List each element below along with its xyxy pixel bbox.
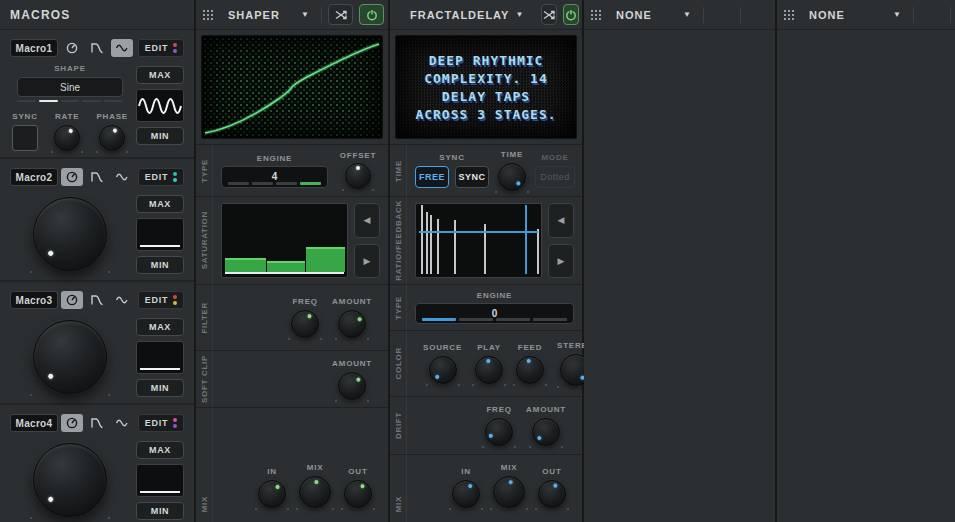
shaper-mix-out-knob[interactable] xyxy=(344,480,372,508)
macro4-lfo-mode-button[interactable] xyxy=(111,414,133,432)
macro1-min-button[interactable]: MIN xyxy=(136,127,184,145)
macro4-min-button[interactable]: MIN xyxy=(136,502,184,520)
fractal-mix-out-knob[interactable] xyxy=(538,480,566,508)
macro2-edit-button[interactable]: EDIT xyxy=(138,168,184,186)
shaper-power-button[interactable] xyxy=(359,4,384,25)
macro3-min-button[interactable]: MIN xyxy=(136,379,184,397)
shaper-mix-knob[interactable] xyxy=(299,476,331,508)
empty-slot-2-panel: NONE ▼ xyxy=(777,0,955,522)
empty-slot-1-panel: NONE ▼ xyxy=(584,0,775,522)
macro1-rate-knob[interactable] xyxy=(54,125,80,151)
shaper-header: SHAPER ▼ xyxy=(196,0,388,30)
macro3-knob-mode-button[interactable] xyxy=(61,291,83,309)
sine-wave-graphic xyxy=(138,91,182,121)
fractal-color-feed-knob[interactable] xyxy=(516,356,544,384)
empty-button-slot xyxy=(747,5,771,25)
macro4-range-display[interactable] xyxy=(136,464,184,497)
macro1-sync-toggle[interactable] xyxy=(12,125,38,151)
fractal-color-play-knob[interactable] xyxy=(475,356,503,384)
macro3-edit-button[interactable]: EDIT xyxy=(138,291,184,309)
saturation-next-button[interactable]: ▶ xyxy=(354,244,380,279)
shaper-effect-select[interactable]: SHAPER ▼ xyxy=(220,9,315,21)
time-label: TIME xyxy=(501,150,523,159)
shaper-softclip-amount-knob[interactable] xyxy=(338,372,366,400)
fractal-mix-section: MIX IN MIX OUT xyxy=(390,454,582,522)
macro4-envelope-mode-button[interactable] xyxy=(86,414,108,432)
header-divider xyxy=(913,7,914,23)
macro3-envelope-mode-button[interactable] xyxy=(86,291,108,309)
empty-slot-2-effect-select[interactable]: NONE ▼ xyxy=(801,9,907,21)
shaper-saturation-section-label: SATURATION xyxy=(196,197,213,284)
fractaldelay-power-button[interactable] xyxy=(563,4,579,25)
fractal-color-source-knob[interactable] xyxy=(429,356,457,384)
ratio-next-button[interactable]: ▶ xyxy=(548,244,574,279)
fractal-sync-button[interactable]: SYNC xyxy=(455,166,489,188)
fractal-drift-freq-knob[interactable] xyxy=(485,418,513,446)
fractal-drift-amount-knob[interactable] xyxy=(532,418,560,446)
shaper-randomize-button[interactable] xyxy=(328,4,353,25)
fractaldelay-randomize-button[interactable] xyxy=(541,4,557,25)
shaper-filter-freq-knob[interactable] xyxy=(291,310,319,338)
shaper-mix-in-knob[interactable] xyxy=(258,480,286,508)
shaper-engine-slider[interactable]: 4 xyxy=(221,166,328,188)
macro1-shape-select[interactable]: Sine xyxy=(17,77,123,97)
macros-title: MACROS xyxy=(10,8,71,22)
display-line: DELAY TAPS xyxy=(442,89,530,104)
fractal-mode-button[interactable]: Dotted xyxy=(535,166,575,188)
macro3-lfo-mode-button[interactable] xyxy=(111,291,133,309)
drag-handle-icon[interactable] xyxy=(783,9,795,21)
drag-handle-icon[interactable] xyxy=(202,9,214,21)
fractal-mix-knob[interactable] xyxy=(493,476,525,508)
fractaldelay-effect-select[interactable]: FRACTALDELAY ▼ xyxy=(402,9,529,21)
fractal-free-button[interactable]: FREE xyxy=(415,166,449,188)
macro4-max-button[interactable]: MAX xyxy=(136,441,184,459)
fractaldelay-title: FRACTALDELAY xyxy=(410,9,509,21)
fractal-time-knob[interactable] xyxy=(498,163,526,191)
macro2-lfo-mode-button[interactable] xyxy=(111,168,133,186)
envelope-icon xyxy=(90,416,104,430)
delay-taps-display[interactable] xyxy=(415,203,542,278)
macro2-envelope-mode-button[interactable] xyxy=(86,168,108,186)
macro4-knob-mode-button[interactable] xyxy=(61,414,83,432)
edit-label: EDIT xyxy=(145,43,169,53)
left-arrow-icon: ◀ xyxy=(558,215,565,225)
drag-handle-icon[interactable] xyxy=(590,9,602,21)
macro2-min-button[interactable]: MIN xyxy=(136,256,184,274)
fractal-drift-section-label: DRIFT xyxy=(390,397,407,454)
knob-icon xyxy=(65,416,79,430)
fractaldelay-info-display: DEEP RHYTHMIC COMPLEXITY. 14 DELAY TAPS … xyxy=(395,35,577,139)
macro3-max-button[interactable]: MAX xyxy=(136,318,184,336)
power-icon xyxy=(365,8,379,22)
macro1-max-button[interactable]: MAX xyxy=(136,66,184,84)
macro1-name-field[interactable]: Macro1 xyxy=(10,39,58,57)
macro2-max-button[interactable]: MAX xyxy=(136,195,184,213)
macro4-name-field[interactable]: Macro4 xyxy=(10,414,58,432)
fractal-mix-in-knob[interactable] xyxy=(452,480,480,508)
macro3-knob[interactable] xyxy=(33,320,107,394)
edit-label: EDIT xyxy=(145,295,169,305)
macro4-edit-button[interactable]: EDIT xyxy=(138,414,184,432)
empty-slot-1-effect-select[interactable]: NONE ▼ xyxy=(608,9,697,21)
macro3-range-display[interactable] xyxy=(136,341,184,374)
shaper-filter-amount-knob[interactable] xyxy=(338,310,366,338)
macro1-edit-button[interactable]: EDIT xyxy=(138,39,184,57)
mix-label: MIX xyxy=(307,463,324,472)
macro1-envelope-mode-button[interactable] xyxy=(86,39,108,57)
fractal-engine-slider[interactable]: 0 xyxy=(415,303,574,324)
ratio-prev-button[interactable]: ◀ xyxy=(548,203,574,238)
macro1-knob-mode-button[interactable] xyxy=(61,39,83,57)
sine-icon xyxy=(115,41,129,55)
macro4-knob[interactable] xyxy=(33,443,107,517)
saturation-prev-button[interactable]: ◀ xyxy=(354,203,380,238)
macro2-name-field[interactable]: Macro2 xyxy=(10,168,58,186)
macro2-knob[interactable] xyxy=(33,197,107,271)
macro2-range-display[interactable] xyxy=(136,218,184,251)
saturation-bars-display[interactable] xyxy=(221,203,348,278)
macro1-lfo-mode-button[interactable] xyxy=(111,39,133,57)
shaper-offset-knob[interactable] xyxy=(345,163,371,189)
macro3-name-field[interactable]: Macro3 xyxy=(10,291,58,309)
macro2-knob-mode-button[interactable] xyxy=(61,168,83,186)
macro1-phase-knob[interactable] xyxy=(99,125,125,151)
right-arrow-icon: ▶ xyxy=(558,256,565,266)
in-label: IN xyxy=(267,467,277,476)
